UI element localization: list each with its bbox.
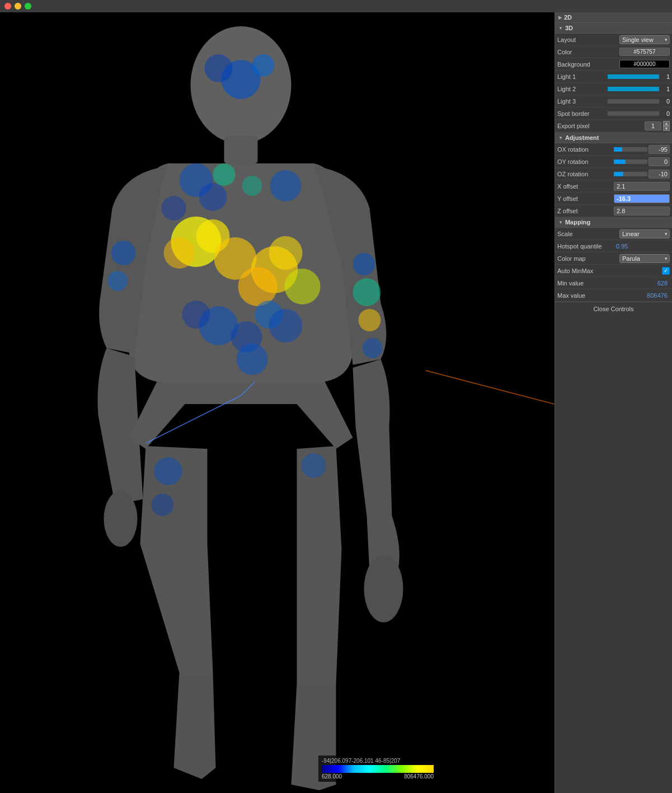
spot-border-slider-row: 0 bbox=[608, 110, 670, 117]
z-offset-input[interactable] bbox=[614, 207, 670, 215]
ox-rotation-slider[interactable] bbox=[614, 147, 647, 152]
svg-point-4 bbox=[364, 555, 403, 622]
svg-point-32 bbox=[359, 309, 381, 331]
y-offset-input[interactable] bbox=[614, 194, 670, 203]
background-display[interactable]: #000000 bbox=[619, 60, 670, 68]
colormap-dropdown[interactable]: Parula bbox=[619, 254, 670, 263]
hotspot-value-area: 0.95 bbox=[608, 242, 670, 250]
min-value-area: 628 bbox=[608, 279, 670, 287]
adjustment-header[interactable]: ▼ Adjustment bbox=[555, 133, 672, 143]
oy-rotation-input[interactable] bbox=[648, 157, 670, 166]
svg-point-3 bbox=[104, 491, 138, 547]
ox-rotation-input[interactable] bbox=[648, 145, 670, 154]
mapping-header[interactable]: ▼ Mapping bbox=[555, 217, 672, 228]
max-value-area: 806476 bbox=[608, 292, 670, 299]
section-2d-arrow: ▶ bbox=[558, 15, 562, 20]
export-pixel-stepper: ▲ ▼ bbox=[663, 121, 670, 131]
auto-minmax-value-area: ✓ bbox=[608, 267, 670, 275]
layout-dropdown-wrapper[interactable]: Single view bbox=[619, 35, 670, 44]
light1-slider[interactable] bbox=[608, 74, 659, 79]
export-pixel-input[interactable] bbox=[645, 121, 661, 130]
light2-value-area: 1 bbox=[608, 86, 670, 92]
svg-point-7 bbox=[252, 54, 275, 77]
min-value-row: Min value 628 bbox=[555, 277, 672, 289]
colorbar-container: -94|206.097-206.101 46-85|207 628.000 80… bbox=[318, 756, 437, 782]
spot-border-value: 0 bbox=[661, 110, 670, 117]
color-display[interactable]: #575757 bbox=[619, 48, 670, 56]
oz-rotation-value-area bbox=[608, 170, 670, 179]
z-offset-row: Z offset bbox=[555, 205, 672, 217]
oy-rotation-value-area bbox=[608, 157, 670, 166]
section-3d-label: 3D bbox=[565, 25, 573, 31]
scale-dropdown[interactable]: Linear bbox=[619, 229, 670, 238]
maximize-button[interactable] bbox=[25, 3, 31, 10]
spot-border-slider[interactable] bbox=[608, 111, 659, 116]
oz-rotation-label: OZ rotation bbox=[557, 171, 608, 177]
min-value-label: Min value bbox=[557, 280, 608, 287]
layout-dropdown[interactable]: Single view bbox=[619, 35, 670, 44]
light2-value: 1 bbox=[661, 86, 670, 92]
light2-slider-row: 1 bbox=[608, 86, 670, 92]
svg-point-10 bbox=[270, 170, 302, 201]
x-offset-input[interactable] bbox=[614, 182, 670, 191]
layout-row: Layout Single view bbox=[555, 34, 672, 46]
close-controls-button[interactable]: Close Controls bbox=[555, 302, 672, 316]
ox-rotation-value-area bbox=[608, 145, 670, 154]
light1-label: Light 1 bbox=[557, 73, 608, 80]
svg-point-33 bbox=[363, 338, 383, 358]
hotspot-label: Hotspot quantile bbox=[557, 243, 608, 250]
titlebar bbox=[0, 0, 672, 12]
min-value: 628 bbox=[655, 279, 670, 287]
light3-slider[interactable] bbox=[608, 99, 659, 104]
hotspot-row: Hotspot quantile 0.95 bbox=[555, 240, 672, 252]
x-offset-label: X offset bbox=[557, 183, 608, 190]
svg-point-25 bbox=[269, 309, 303, 342]
svg-point-35 bbox=[152, 494, 174, 516]
spot-border-value-area: 0 bbox=[608, 110, 670, 117]
oz-rotation-input[interactable] bbox=[648, 170, 670, 179]
colorbar-info: -94|206.097-206.101 46-85|207 bbox=[322, 758, 434, 764]
light2-slider[interactable] bbox=[608, 87, 659, 91]
svg-point-27 bbox=[237, 344, 268, 375]
export-pixel-up[interactable]: ▲ bbox=[663, 121, 670, 126]
layout-value: Single view bbox=[608, 35, 670, 44]
svg-point-34 bbox=[154, 457, 182, 485]
max-value-label: Max value bbox=[557, 292, 608, 299]
auto-minmax-checkbox[interactable]: ✓ bbox=[662, 267, 670, 275]
section-2d-label: 2D bbox=[564, 14, 572, 21]
oy-rotation-slider[interactable] bbox=[614, 159, 647, 164]
section-3d-header[interactable]: ▼ 3D bbox=[555, 23, 672, 34]
light1-value: 1 bbox=[661, 73, 670, 80]
colorbar-gradient bbox=[322, 765, 434, 773]
svg-point-12 bbox=[213, 163, 236, 186]
main-area: -94|206.097-206.101 46-85|207 628.000 80… bbox=[0, 12, 672, 793]
auto-minmax-label: Auto MinMax bbox=[557, 268, 608, 274]
colormap-row: Color map Parula bbox=[555, 252, 672, 265]
z-offset-value-area bbox=[608, 207, 670, 215]
export-pixel-down[interactable]: ▼ bbox=[663, 126, 670, 131]
close-button[interactable] bbox=[4, 3, 11, 10]
oz-rotation-slider[interactable] bbox=[614, 172, 647, 176]
light1-slider-row: 1 bbox=[608, 73, 670, 80]
light3-row: Light 3 0 bbox=[555, 95, 672, 107]
colormap-dropdown-wrapper[interactable]: Parula bbox=[619, 254, 670, 263]
x-offset-row: X offset bbox=[555, 180, 672, 193]
spot-border-row: Spot border 0 bbox=[555, 107, 672, 120]
minimize-button[interactable] bbox=[15, 3, 21, 10]
light2-label: Light 2 bbox=[557, 86, 608, 92]
svg-point-18 bbox=[238, 267, 278, 306]
colormap-label: Color map bbox=[557, 255, 608, 262]
oy-rotation-row: OY rotation bbox=[555, 156, 672, 168]
section-2d-header[interactable]: ▶ 2D bbox=[555, 12, 672, 23]
colormap-value-area: Parula bbox=[608, 254, 670, 263]
scale-dropdown-wrapper[interactable]: Linear bbox=[619, 229, 670, 238]
scale-row: Scale Linear bbox=[555, 228, 672, 240]
svg-point-30 bbox=[353, 253, 375, 275]
viewport-3d[interactable]: -94|206.097-206.101 46-85|207 628.000 80… bbox=[0, 12, 554, 793]
export-pixel-row: Export pixel ▲ ▼ bbox=[555, 120, 672, 133]
svg-point-13 bbox=[242, 176, 262, 196]
oz-rotation-row: OZ rotation bbox=[555, 168, 672, 180]
svg-point-9 bbox=[199, 183, 227, 211]
mapping-arrow: ▼ bbox=[558, 220, 563, 225]
color-row: Color #575757 bbox=[555, 46, 672, 58]
